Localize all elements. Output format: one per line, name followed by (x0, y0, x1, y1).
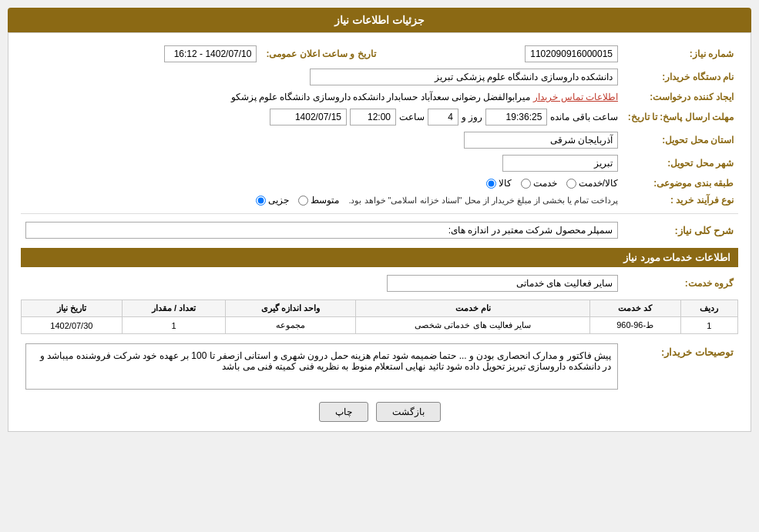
ostan-value: آذربایجان شرقی (464, 132, 618, 149)
col-kod: کد خدمت (589, 300, 680, 317)
col-tarikh: تاریخ نیاز (22, 300, 123, 317)
radio-khedmat-label: خدمت (533, 178, 557, 189)
col-tedad: تعداد / مقدار (122, 300, 226, 317)
services-table: ردیف کد خدمت نام خدمت واحد اندازه گیری ت… (21, 299, 738, 334)
nam-dastgah-value: دانشکده داروسازی دانشگاه علوم پزشکی تبری… (21, 65, 623, 89)
cell-kod: ط-96-960 (589, 317, 680, 334)
radio-khedmat[interactable]: خدمت (521, 178, 557, 189)
ijad-label: ایجاد کننده درخواست: (623, 89, 738, 105)
saet-label: ساعت (399, 112, 425, 122)
cell-vahed: مجموعه (226, 317, 356, 334)
nam-dastgah-label: نام دستگاه خریدار: (623, 65, 738, 89)
chap-button[interactable]: چاپ (319, 402, 368, 422)
nam-dastgah-input: دانشکده داروسازی دانشگاه علوم پزشکی تبری… (310, 69, 618, 85)
radio-kala-khedmat-input[interactable] (566, 179, 576, 189)
col-vahed: واحد اندازه گیری (226, 300, 356, 317)
shomara-niaz-label: شماره نیاز: (623, 42, 738, 65)
sharh-value: سمپلر محصول شرکت معتبر در اندازه های: (25, 222, 618, 239)
baqi-mande-label: ساعت باقی مانده (550, 112, 618, 122)
rooz-value: 4 (428, 109, 458, 125)
tarikh-elan-label: تاریخ و ساعت اعلان عمومی: (261, 42, 380, 65)
ostan-label: استان محل تحویل: (623, 129, 738, 152)
shomara-niaz-value: 1102090916000015 (381, 42, 623, 65)
khadamat-section: اطلاعات خدمات مورد نیاز (21, 248, 738, 267)
col-radif: ردیف (680, 300, 737, 317)
radio-kala[interactable]: کالا (486, 178, 512, 189)
rooz-label: روز و (462, 112, 482, 122)
nooe-note: پرداخت تمام یا بخشی از مبلغ خریدار از مح… (348, 196, 618, 206)
tosihaat-label: توصیحات خریدار: (623, 340, 738, 393)
shahr-label: شهر محل تحویل: (623, 152, 738, 175)
radio-khedmat-input[interactable] (521, 179, 531, 189)
radio-jozee-input[interactable] (256, 196, 266, 206)
table-row: 1ط-96-960سایر فعالیت های خدماتی شخصیمجمو… (22, 317, 738, 334)
tarikh-elan-value: 1402/07/10 - 16:12 (21, 42, 261, 65)
col-nam: نام خدمت (356, 300, 589, 317)
divider1 (21, 213, 738, 214)
radio-kala-label: کالا (499, 178, 512, 189)
tarikh-elan-input: 1402/07/10 - 16:12 (164, 45, 257, 62)
nooe-label: نوع فرآیند خرید : (623, 192, 738, 209)
radio-jozee[interactable]: جزیی (256, 195, 289, 206)
page-title: جزئیات اطلاعات نیاز (8, 8, 751, 32)
radio-motevaset[interactable]: متوسط (298, 195, 339, 206)
gorooh-value: سایر فعالیت های خدماتی (387, 275, 618, 292)
tabaqe-label: طبقه بندی موضوعی: (623, 175, 738, 192)
radio-motevaset-label: متوسط (311, 195, 339, 206)
radio-motevaset-input[interactable] (298, 196, 308, 206)
cell-tarikh: 1402/07/30 (22, 317, 123, 334)
button-row: بازگشت چاپ (21, 402, 738, 422)
ijad-link[interactable]: اطلاعات تماس خریدار (533, 92, 618, 102)
tosihaat-value: پیش فاکتور و مدارک انحصاری بودن و ... حت… (25, 343, 618, 390)
gorooh-label: گروه خدمت: (623, 272, 738, 295)
radio-kala-khedmat-label: کالا/خدمت (579, 178, 618, 189)
sharh-label: شرح کلی نیاز: (623, 219, 738, 242)
baqi-value: 19:36:25 (485, 109, 547, 125)
radio-kala-input[interactable] (486, 179, 496, 189)
cell-nam: سایر فعالیت های خدماتی شخصی (356, 317, 589, 334)
cell-radif: 1 (680, 317, 737, 334)
bazgasht-button[interactable]: بازگشت (376, 402, 441, 422)
radio-kala-khedmat[interactable]: کالا/خدمت (566, 178, 618, 189)
date-value: 1402/07/15 (270, 109, 347, 125)
radio-jozee-label: جزیی (268, 195, 289, 206)
cell-tedad: 1 (122, 317, 226, 334)
shahr-value: تبریز (502, 155, 618, 172)
shomara-niaz-input: 1102090916000015 (525, 45, 618, 62)
ijad-value: میرابوالفضل رضوانی سعدآباد حسابدار دانشک… (231, 92, 531, 102)
saet-value: 12:00 (350, 109, 396, 125)
mohlat-label: مهلت ارسال پاسخ: تا تاریخ: (623, 105, 738, 129)
